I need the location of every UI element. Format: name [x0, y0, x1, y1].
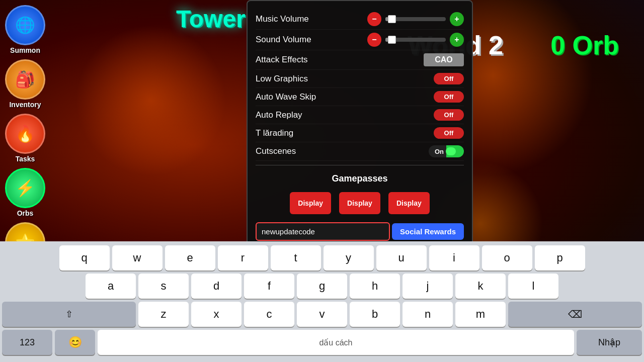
music-volume-row: Music Volume − + [256, 9, 464, 30]
shift-key[interactable]: ⇧ [2, 302, 136, 327]
key-i[interactable]: i [429, 245, 479, 270]
sound-volume-control: − + [367, 33, 464, 47]
key-t[interactable]: t [271, 245, 321, 270]
display-button-1[interactable]: Display [290, 192, 331, 214]
key-w[interactable]: w [112, 245, 163, 270]
sound-volume-thumb [388, 36, 396, 44]
key-r[interactable]: r [218, 245, 268, 270]
space-key[interactable]: dấu cách [98, 330, 574, 355]
sidebar-label-summon: Summon [10, 46, 40, 54]
key-l[interactable]: l [508, 274, 558, 299]
key-h[interactable]: h [350, 274, 400, 299]
key-y[interactable]: y [324, 245, 374, 270]
t-larading-label: T lărading [256, 128, 293, 138]
cutscenes-toggle[interactable]: On [429, 145, 464, 157]
auto-wave-skip-row: Auto Wave Skip Off [256, 88, 464, 106]
settings-divider [256, 165, 464, 165]
key-g[interactable]: g [297, 274, 347, 299]
auto-wave-skip-toggle[interactable]: Off [434, 91, 464, 103]
key-p[interactable]: p [535, 245, 585, 270]
sidebar-item-summon[interactable]: 🌐 Summon [5, 5, 45, 54]
key-e[interactable]: e [165, 245, 215, 270]
game-title: Tower [176, 5, 246, 33]
attack-effects-label: Attack Effects [256, 55, 308, 65]
sound-volume-plus[interactable]: + [450, 33, 464, 47]
sidebar-label-orbs: Orbs [17, 209, 34, 217]
enter-key[interactable]: Nhập [577, 330, 642, 355]
settings-panel: Music Volume − + Sound Volume − + Attack… [247, 0, 473, 250]
music-volume-label: Music Volume [256, 14, 309, 24]
low-graphics-label: Low Graphics [256, 74, 308, 84]
music-volume-plus[interactable]: + [450, 12, 464, 26]
sidebar-label-inventory: Inventory [9, 101, 41, 109]
music-volume-thumb [388, 15, 396, 23]
display-button-2[interactable]: Display [339, 192, 380, 214]
display-button-3[interactable]: Display [388, 192, 430, 214]
code-input-area: Social Rewards [256, 222, 464, 241]
sound-volume-label: Sound Volume [256, 35, 311, 45]
music-volume-control: − + [367, 12, 464, 26]
gamepasses-title: Gamepasses [256, 169, 464, 188]
keyboard-row-1: q w e r t y u i o p [2, 245, 642, 270]
cutscenes-toggle-label: On [435, 148, 444, 155]
bg-blob-1 [75, 25, 226, 176]
inventory-icon: 🎒 [5, 59, 45, 100]
numbers-key[interactable]: 123 [2, 330, 52, 355]
low-graphics-row: Low Graphics Off [256, 70, 464, 88]
auto-replay-label: Auto Replay [256, 110, 302, 120]
key-u[interactable]: u [376, 245, 427, 270]
sidebar: 🌐 Summon 🎒 Inventory 🔥 Tasks ⚡ Orbs ⭐ St… [5, 5, 45, 272]
keyboard-row-2: a s d f g h j k l [2, 274, 642, 299]
tasks-icon: 🔥 [5, 114, 45, 154]
keyboard-row-3: ⇧ z x c v b n m ⌫ [2, 302, 642, 327]
key-v[interactable]: v [297, 302, 347, 327]
backspace-key[interactable]: ⌫ [508, 302, 642, 327]
attack-effects-row: Attack Effects CAO [256, 50, 464, 70]
t-larading-row: T lărading Off [256, 124, 464, 142]
key-b[interactable]: b [350, 302, 400, 327]
key-o[interactable]: o [482, 245, 532, 270]
t-larading-toggle[interactable]: Off [434, 127, 464, 139]
emoji-key[interactable]: 😊 [55, 330, 95, 355]
key-k[interactable]: k [455, 274, 506, 299]
music-volume-minus[interactable]: − [367, 12, 381, 26]
auto-replay-row: Auto Replay Off [256, 106, 464, 124]
sound-volume-minus[interactable]: − [367, 33, 381, 47]
cutscenes-on-indicator [446, 147, 456, 155]
keyboard-row-4: 123 😊 dấu cách Nhập [2, 330, 642, 355]
key-j[interactable]: j [403, 274, 453, 299]
cutscenes-label: Cutscenes [256, 146, 296, 156]
key-d[interactable]: d [191, 274, 242, 299]
code-input[interactable] [256, 222, 390, 241]
virtual-keyboard: q w e r t y u i o p a s d f g h j k l ⇧ … [0, 241, 644, 362]
key-a[interactable]: a [86, 274, 136, 299]
auto-replay-toggle[interactable]: Off [434, 109, 464, 121]
key-x[interactable]: x [191, 302, 242, 327]
sidebar-item-tasks[interactable]: 🔥 Tasks [5, 114, 45, 163]
key-s[interactable]: s [138, 274, 189, 299]
key-c[interactable]: c [244, 302, 294, 327]
cutscenes-row: Cutscenes On [256, 142, 464, 161]
low-graphics-toggle[interactable]: Off [434, 73, 464, 84]
sound-volume-row: Sound Volume − + [256, 30, 464, 50]
music-volume-slider[interactable] [385, 17, 446, 21]
key-m[interactable]: m [455, 302, 506, 327]
summon-icon: 🌐 [5, 5, 45, 45]
sidebar-item-inventory[interactable]: 🎒 Inventory [5, 59, 45, 109]
orbs-counter: 0 Orb [550, 30, 619, 60]
sidebar-item-orbs[interactable]: ⚡ Orbs [5, 168, 45, 217]
sidebar-label-tasks: Tasks [16, 155, 35, 163]
key-q[interactable]: q [59, 245, 110, 270]
sound-volume-slider[interactable] [385, 38, 446, 42]
gamepasses-row: Display Display Display [256, 188, 464, 218]
auto-wave-skip-label: Auto Wave Skip [256, 92, 316, 102]
key-z[interactable]: z [138, 302, 189, 327]
key-n[interactable]: n [403, 302, 453, 327]
cao-button[interactable]: CAO [424, 53, 464, 66]
orbs-icon: ⚡ [5, 168, 45, 208]
social-rewards-button[interactable]: Social Rewards [392, 223, 464, 240]
key-f[interactable]: f [244, 274, 294, 299]
